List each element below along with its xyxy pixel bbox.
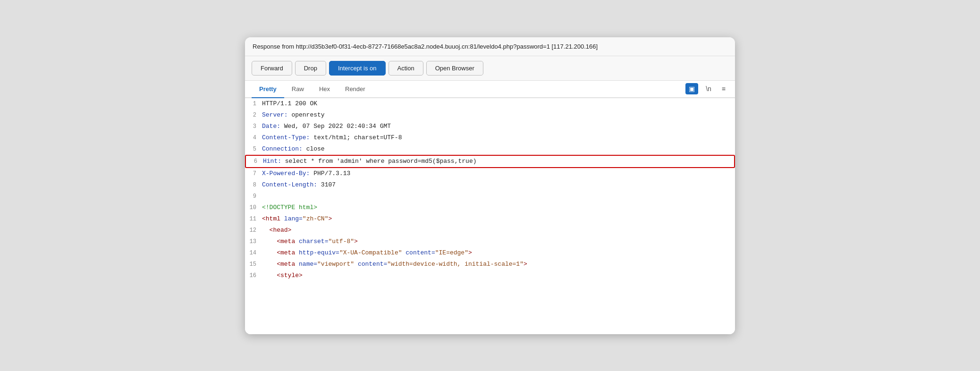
table-row: 13 <meta charset="utf-8"> [245,236,735,247]
line-content: <meta http-equiv="X-UA-Compatible" conte… [262,247,735,259]
line-number: 15 [245,259,262,270]
line-content [262,191,735,202]
newline-button[interactable]: \n [703,83,714,94]
table-row: 10 <!DOCTYPE html> [245,202,735,213]
table-row: 3 Date: Wed, 07 Sep 2022 02:40:34 GMT [245,121,735,132]
tabs-bar: Pretty Raw Hex Render ▣ \n ≡ [245,81,735,98]
tab-render[interactable]: Render [338,81,373,98]
tab-hex[interactable]: Hex [312,81,338,98]
toolbar: Forward Drop Intercept is on Action Open… [245,56,735,81]
tab-raw[interactable]: Raw [284,81,312,98]
copy-icon-button[interactable]: ▣ [685,83,698,94]
line-number: 13 [245,236,262,247]
table-row: 12 <head> [245,225,735,236]
table-row: 14 <meta http-equiv="X-UA-Compatible" co… [245,247,735,259]
hamburger-icon: ≡ [722,85,726,93]
line-content: <html lang="zh-CN"> [262,213,735,225]
hint-line: 6 Hint: select * from 'admin' where pass… [245,155,735,168]
line-content: Connection: close [262,143,735,155]
action-button[interactable]: Action [389,61,423,76]
title-bar: Response from http://d35b3ef0-0f31-4ecb-… [245,37,735,56]
line-number: 11 [245,213,262,225]
line-number: 7 [245,168,262,179]
line-number: 4 [245,132,262,143]
table-row: 5 Connection: close [245,143,735,155]
copy-icon: ▣ [689,85,695,93]
table-row: 15 <meta name="viewport" content="width=… [245,259,735,270]
line-number: 1 [245,98,262,110]
drop-button[interactable]: Drop [295,61,326,76]
newline-icon: \n [706,85,711,93]
table-row: 11 <html lang="zh-CN"> [245,213,735,225]
table-row: 2 Server: openresty [245,110,735,121]
line-number: 16 [245,270,262,281]
intercept-button[interactable]: Intercept is on [329,61,386,76]
code-area: 1 HTTP/1.1 200 OK 2 Server: openresty 3 … [245,98,735,334]
line-content: X-Powered-By: PHP/7.3.13 [262,168,735,179]
line-content: HTTP/1.1 200 OK [262,98,735,110]
burp-window: Response from http://d35b3ef0-0f31-4ecb-… [245,37,735,334]
line-content: <meta charset="utf-8"> [262,236,735,247]
tab-pretty[interactable]: Pretty [252,81,284,98]
line-content: Server: openresty [262,110,735,121]
table-row: 4 Content-Type: text/html; charset=UTF-8 [245,132,735,143]
line-content: Content-Type: text/html; charset=UTF-8 [262,132,735,143]
line-number: 6 [246,156,263,167]
line-content: <style> [262,270,735,281]
line-content: <meta name="viewport" content="width=dev… [262,259,735,270]
line-number: 8 [245,179,262,191]
line-number: 10 [245,202,262,213]
open-browser-button[interactable]: Open Browser [426,61,483,76]
table-row: 16 <style> [245,270,735,281]
line-number: 12 [245,225,262,236]
line-content: <!DOCTYPE html> [262,202,735,213]
line-number: 5 [245,143,262,155]
forward-button[interactable]: Forward [252,61,292,76]
line-content: Hint: select * from 'admin' where passwo… [263,156,734,167]
line-content: <head> [262,225,735,236]
window-title: Response from http://d35b3ef0-0f31-4ecb-… [253,43,598,50]
tabs-right-icons: ▣ \n ≡ [685,83,728,94]
table-row: 9 [245,191,735,202]
menu-icon-button[interactable]: ≡ [719,83,728,94]
table-row: 7 X-Powered-By: PHP/7.3.13 [245,168,735,179]
table-row: 8 Content-Length: 3107 [245,179,735,191]
line-number: 2 [245,110,262,121]
line-number: 14 [245,247,262,259]
line-number: 3 [245,121,262,132]
line-number: 9 [245,191,262,202]
table-row: 1 HTTP/1.1 200 OK [245,98,735,110]
line-content: Content-Length: 3107 [262,179,735,191]
line-content: Date: Wed, 07 Sep 2022 02:40:34 GMT [262,121,735,132]
